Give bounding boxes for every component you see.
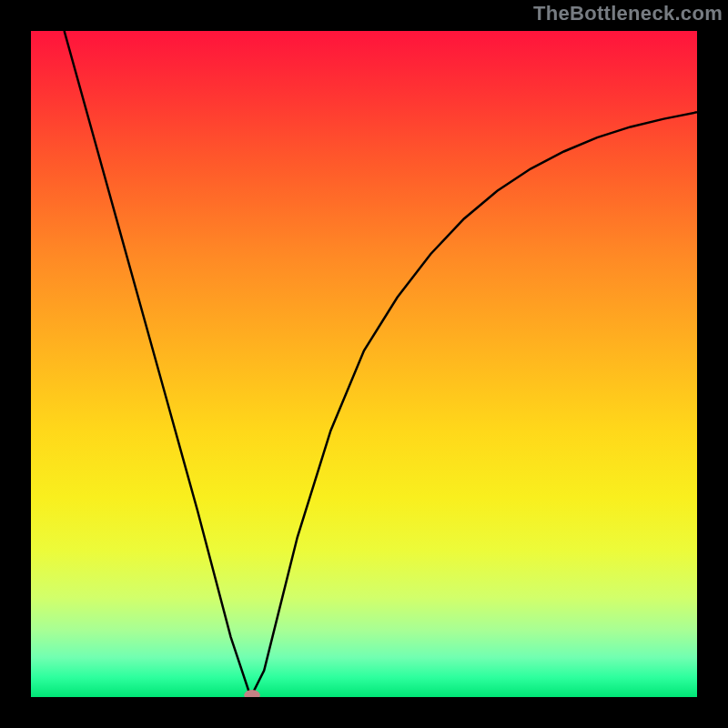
minimum-marker (244, 690, 260, 697)
plot-svg (31, 31, 697, 697)
watermark-text: TheBottleneck.com (533, 2, 723, 25)
chart-frame: TheBottleneck.com (0, 0, 728, 728)
plot-area (31, 31, 697, 697)
bottleneck-curve (65, 31, 697, 697)
